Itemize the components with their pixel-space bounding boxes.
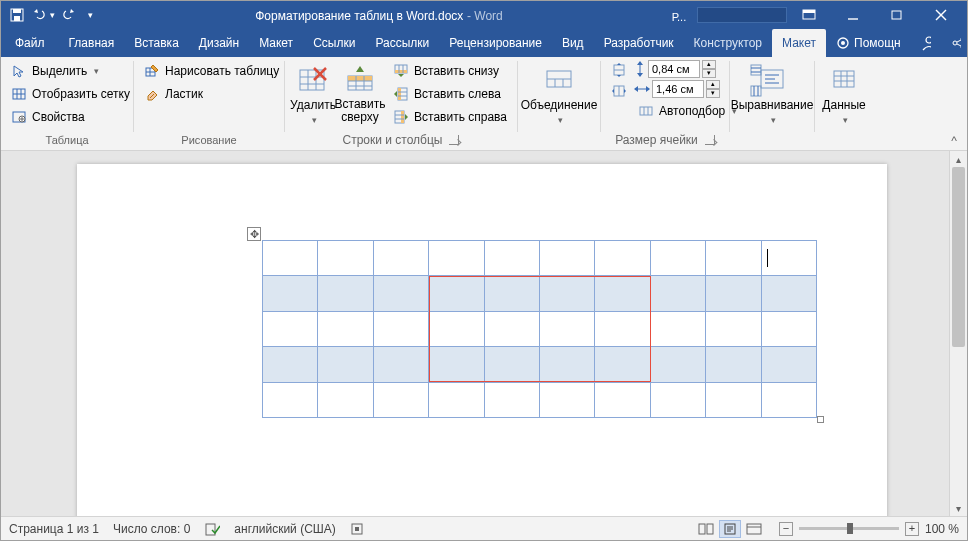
tab-references[interactable]: Ссылки: [303, 29, 365, 57]
dist-cols-icon: [611, 83, 627, 99]
autofit-icon: [638, 103, 654, 119]
qat-customize-button[interactable]: ▾: [83, 3, 97, 27]
properties-button[interactable]: Свойства: [7, 106, 134, 127]
vertical-scrollbar[interactable]: ▴ ▾: [949, 151, 967, 516]
document-area[interactable]: ✥: [1, 151, 949, 516]
svg-rect-86: [707, 524, 713, 534]
insert-right-button[interactable]: Вставить справа: [389, 106, 511, 127]
tab-insert[interactable]: Вставка: [124, 29, 189, 57]
tab-home[interactable]: Главная: [59, 29, 125, 57]
macro-record-button[interactable]: [350, 522, 364, 536]
draw-table-button[interactable]: Нарисовать таблицу: [140, 60, 283, 81]
ribbon-display-options-button[interactable]: [787, 1, 831, 29]
qat-undo-button[interactable]: ▾: [31, 3, 55, 27]
width-icon: [634, 83, 650, 95]
properties-icon: [11, 109, 27, 125]
insert-left-icon: [393, 86, 409, 102]
svg-rect-51: [401, 111, 404, 123]
tell-me-button[interactable]: Помощн: [826, 29, 911, 57]
svg-point-10: [841, 41, 845, 45]
tab-file[interactable]: Файл: [1, 29, 59, 57]
group-label-draw: Рисование: [140, 132, 278, 148]
window-title: Форматирование таблиц в Word.docx - Word: [97, 8, 661, 23]
context-tab-group-box: [697, 7, 787, 23]
maximize-button[interactable]: [875, 1, 919, 29]
insert-below-button[interactable]: Вставить снизу: [389, 60, 511, 81]
zoom-level[interactable]: 100 %: [925, 522, 959, 536]
merge-button[interactable]: Объединение▾: [524, 60, 594, 129]
qat-redo-button[interactable]: [57, 3, 81, 27]
status-language[interactable]: английский (США): [234, 522, 335, 536]
scroll-down-button[interactable]: ▾: [950, 500, 967, 516]
cellsize-dialog-launcher[interactable]: [705, 135, 715, 145]
eraser-icon: [144, 86, 160, 102]
height-down[interactable]: ▾: [702, 69, 716, 78]
svg-rect-64: [640, 107, 652, 115]
eraser-button[interactable]: Ластик: [140, 83, 283, 104]
status-wordcount[interactable]: Число слов: 0: [113, 522, 190, 536]
view-print-button[interactable]: [719, 520, 741, 538]
spellcheck-button[interactable]: [204, 522, 220, 536]
svg-rect-4: [803, 10, 815, 13]
tab-review[interactable]: Рецензирование: [439, 29, 552, 57]
collapse-ribbon-button[interactable]: ^: [945, 134, 963, 148]
svg-rect-47: [398, 88, 401, 100]
view-web-button[interactable]: [743, 520, 765, 538]
scroll-up-button[interactable]: ▴: [950, 151, 967, 167]
row-height-input[interactable]: [648, 60, 700, 78]
height-icon: [634, 61, 646, 77]
rowscols-dialog-launcher[interactable]: [449, 135, 459, 145]
qat-save-button[interactable]: [5, 3, 29, 27]
dist-rows-icon: [611, 62, 627, 78]
zoom-in-button[interactable]: +: [905, 522, 919, 536]
tab-table-design[interactable]: Конструктор: [684, 29, 772, 57]
minimize-button[interactable]: [831, 1, 875, 29]
select-button[interactable]: Выделить▾: [7, 60, 134, 81]
account-button[interactable]: [911, 29, 941, 57]
share-button[interactable]: [941, 29, 968, 57]
tab-table-layout[interactable]: Макет: [772, 29, 826, 57]
alignment-button[interactable]: Выравнивание▾: [736, 60, 808, 129]
width-down[interactable]: ▾: [706, 89, 720, 98]
tab-layout[interactable]: Макет: [249, 29, 303, 57]
view-gridlines-button[interactable]: Отобразить сетку: [7, 83, 134, 104]
group-label-table: Таблица: [7, 132, 127, 148]
tab-design[interactable]: Дизайн: [189, 29, 249, 57]
zoom-out-button[interactable]: −: [779, 522, 793, 536]
insert-above-icon: [344, 63, 376, 95]
col-width-input[interactable]: [652, 80, 704, 98]
insert-below-icon: [393, 63, 409, 79]
height-up[interactable]: ▴: [702, 60, 716, 69]
insert-left-button[interactable]: Вставить слева: [389, 83, 511, 104]
grid-icon: [11, 86, 27, 102]
scroll-thumb[interactable]: [952, 167, 965, 347]
distribute-rows-button[interactable]: [607, 60, 631, 80]
svg-rect-77: [834, 71, 854, 87]
tab-developer[interactable]: Разработчик: [594, 29, 684, 57]
distribute-cols-button[interactable]: [607, 81, 631, 101]
close-button[interactable]: [919, 1, 963, 29]
view-read-button[interactable]: [695, 520, 717, 538]
group-label-cellsize: Размер ячейки: [607, 132, 723, 148]
status-page[interactable]: Страница 1 из 1: [9, 522, 99, 536]
page[interactable]: ✥: [77, 164, 887, 516]
tab-mailings[interactable]: Рассылки: [365, 29, 439, 57]
delete-button[interactable]: Удалить▾: [291, 60, 335, 129]
svg-point-12: [953, 41, 957, 45]
insert-above-button[interactable]: Вставить сверху: [335, 60, 385, 127]
col-width-field[interactable]: ▴▾: [634, 80, 741, 98]
svg-rect-43: [395, 70, 407, 73]
svg-rect-2: [14, 16, 20, 21]
svg-line-16: [957, 44, 961, 46]
tab-view[interactable]: Вид: [552, 29, 594, 57]
svg-rect-84: [355, 527, 359, 531]
svg-rect-37: [348, 76, 372, 81]
autofit-button[interactable]: Автоподбор▾: [634, 100, 741, 121]
width-up[interactable]: ▴: [706, 80, 720, 89]
table-resize-handle[interactable]: [817, 416, 824, 423]
zoom-slider[interactable]: [799, 527, 899, 530]
document-table[interactable]: [262, 240, 817, 418]
data-button[interactable]: Данные▾: [821, 60, 867, 129]
row-height-field[interactable]: ▴▾: [634, 60, 741, 78]
table-move-handle[interactable]: ✥: [247, 227, 261, 241]
